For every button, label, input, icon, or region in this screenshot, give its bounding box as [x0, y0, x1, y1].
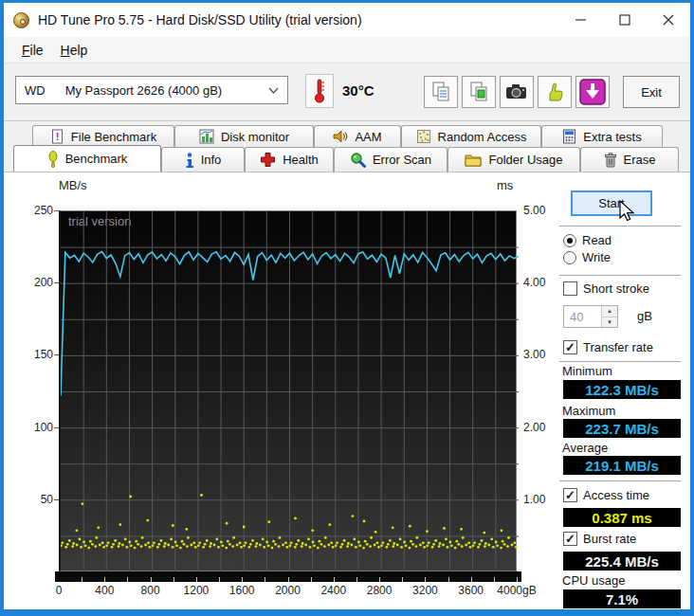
- burst-rate-row[interactable]: Burst rate: [563, 532, 636, 546]
- read-radio-row[interactable]: Read: [563, 233, 612, 247]
- separator: [559, 275, 681, 276]
- x-axis-tick: [334, 577, 335, 582]
- axis-tick-label: [54, 354, 59, 355]
- access-time-checkbox[interactable]: [563, 488, 577, 502]
- maximize-button[interactable]: [603, 3, 647, 37]
- minimize-button[interactable]: [559, 3, 603, 37]
- tab-disk-monitor[interactable]: Disk monitor: [174, 125, 314, 147]
- minimize-icon: [575, 14, 587, 26]
- x-axis-tick: [448, 577, 449, 582]
- x-axis-tick: [196, 577, 197, 582]
- write-radio[interactable]: [563, 251, 576, 264]
- x-axis-tick: [494, 577, 495, 582]
- average-value: 219.1 MB/s: [563, 456, 681, 475]
- benchmark-icon: [47, 151, 59, 168]
- copy-report-button[interactable]: [424, 76, 458, 108]
- x-axis-tick: [471, 577, 472, 582]
- burst-rate-checkbox[interactable]: [563, 532, 577, 546]
- mouse-cursor: [618, 200, 639, 225]
- cpu-usage-label: CPU usage: [562, 573, 625, 588]
- short-stroke-label: Short stroke: [583, 281, 649, 296]
- tab-label: AAM: [355, 130, 381, 144]
- hand-pointer-button[interactable]: [538, 76, 572, 108]
- transfer-rate-row[interactable]: Transfer rate: [563, 340, 653, 354]
- copy-image-button[interactable]: [462, 76, 496, 108]
- axis-tick-label: [54, 282, 59, 283]
- axis-tick-label: 150: [21, 348, 53, 361]
- tab-error-scan[interactable]: Error Scan: [334, 147, 447, 172]
- tab-benchmark[interactable]: Benchmark: [13, 145, 161, 172]
- write-radio-row[interactable]: Write: [563, 250, 611, 264]
- read-radio[interactable]: [563, 234, 576, 247]
- axis-tick-label: 4.00: [523, 276, 545, 289]
- screenshot-button[interactable]: [500, 76, 534, 108]
- axis-tick-label: 5.00: [523, 204, 545, 217]
- folder-icon: [465, 153, 482, 167]
- y-axis-right-unit: ms: [497, 178, 513, 192]
- chart-canvas: [61, 211, 519, 572]
- tab-info[interactable]: Info: [161, 147, 245, 172]
- stepper-up-button[interactable]: ▲: [602, 306, 617, 317]
- burst-rate-value-text: 225.4 MB/s: [585, 553, 659, 570]
- minimum-value-text: 122.3 MB/s: [585, 382, 659, 398]
- close-icon: [663, 14, 674, 26]
- axis-tick-label: 250: [21, 204, 53, 217]
- tab-label: File Benchmark: [71, 130, 156, 144]
- burst-rate-value: 225.4 MB/s: [563, 552, 681, 571]
- tab-label: Folder Usage: [488, 153, 562, 167]
- tab-health[interactable]: Health: [245, 147, 334, 172]
- transfer-rate-checkbox[interactable]: [563, 340, 577, 354]
- copy-image-icon: [467, 81, 490, 103]
- x-axis-tick: [265, 577, 265, 582]
- x-axis-tick: [379, 577, 380, 582]
- cpu-usage-value: 7.1%: [563, 589, 681, 608]
- access-time-value: 0.387 ms: [563, 508, 681, 527]
- camera-icon: [504, 81, 529, 103]
- maximum-value: 223.7 MB/s: [563, 419, 681, 438]
- x-axis-tick: [151, 577, 152, 582]
- short-stroke-row[interactable]: Short stroke: [563, 281, 649, 296]
- drive-vendor-label: WD: [25, 83, 46, 98]
- access-time-row[interactable]: Access time: [563, 488, 649, 502]
- window-controls: [559, 3, 690, 37]
- tab-label: Random Access: [438, 130, 527, 144]
- axis-tick-label: 2800: [367, 584, 393, 597]
- x-axis-tick: [104, 577, 105, 582]
- menu-file[interactable]: File: [13, 40, 52, 61]
- drive-select-dropdown[interactable]: WD My Passport 2626 (4000 gB): [15, 76, 288, 104]
- save-download-button[interactable]: [575, 76, 610, 108]
- axis-tick-label: 1600: [229, 584, 255, 597]
- average-label: Average: [562, 441, 608, 455]
- axis-tick-label: 4000gB: [497, 584, 536, 597]
- title-bar: HD Tune Pro 5.75 - Hard Disk/SSD Utility…: [4, 3, 690, 37]
- tab-aam[interactable]: AAM: [314, 125, 401, 147]
- tab-file-benchmark[interactable]: ! File Benchmark: [32, 125, 174, 147]
- tab-label: Health: [283, 153, 319, 167]
- x-axis-tick: [288, 577, 289, 582]
- tab-random-access[interactable]: Random Access: [401, 125, 541, 147]
- speaker-icon: [333, 129, 348, 144]
- tab-label: Extra tests: [583, 130, 641, 144]
- tab-erase[interactable]: Erase: [580, 147, 679, 172]
- maximum-label: Maximum: [562, 404, 615, 418]
- axis-tick-label: 2400: [320, 584, 346, 597]
- random-access-icon: [416, 129, 431, 144]
- start-button[interactable]: Start: [571, 190, 652, 216]
- x-axis-tick: [127, 577, 128, 582]
- tab-extra-tests[interactable]: Extra tests: [541, 125, 663, 147]
- x-axis-bar: [55, 571, 521, 582]
- health-cross-icon: [260, 152, 276, 168]
- axis-tick-label: 0: [56, 584, 63, 597]
- hand-icon: [543, 81, 566, 103]
- menu-help[interactable]: Help: [52, 40, 97, 61]
- short-stroke-checkbox[interactable]: [563, 281, 577, 296]
- tab-folder-usage[interactable]: Folder Usage: [447, 147, 580, 172]
- stepper-down-button[interactable]: ▼: [602, 317, 617, 328]
- short-stroke-size-stepper[interactable]: 40 ▲ ▼: [563, 305, 618, 328]
- minimum-value: 122.3 MB/s: [563, 380, 681, 399]
- close-button[interactable]: [647, 3, 690, 37]
- average-value-text: 219.1 MB/s: [585, 458, 659, 474]
- access-time-value-text: 0.387 ms: [592, 510, 651, 526]
- benchmark-control-panel: Start Read Write Short stroke 40 ▲ ▼: [557, 172, 686, 609]
- exit-button[interactable]: Exit: [623, 76, 680, 108]
